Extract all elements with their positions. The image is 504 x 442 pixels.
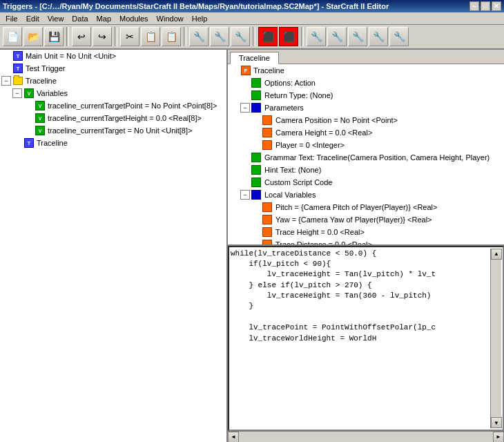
tree-item-var2[interactable]: Vtraceline_currentTargetHeight = 0.0 <Re… — [0, 112, 226, 124]
orange-icon — [262, 214, 273, 225]
tree-item-test-trigger[interactable]: TTest Trigger — [0, 62, 226, 75]
rtree-item-0[interactable]: FTraceline — [228, 64, 504, 77]
rtree-item-14[interactable]: Trace Distance = 0.0 <Real> — [228, 238, 504, 246]
tree-item-var3[interactable]: Vtraceline_currentTarget = No Unit <Unit… — [0, 124, 226, 137]
tab-traceline[interactable]: Traceline — [230, 52, 279, 64]
hscroll-right-btn[interactable]: ► — [493, 432, 504, 443]
right-tree: FTracelineOptions: ActionReturn Type: (N… — [228, 64, 504, 246]
code-content: while(lv_traceDistance < 50.0) { if(lv_p… — [231, 249, 490, 429]
rtree-expand-btn[interactable]: − — [240, 190, 250, 200]
menu-map[interactable]: Map — [93, 14, 115, 23]
rtree-label: Return Type: (None) — [264, 91, 333, 99]
toolbar-sep3 — [184, 27, 186, 46]
tree-item-main-unit[interactable]: TMain Unit = No Unit <Unit> — [0, 50, 226, 62]
close-button[interactable]: ✕ — [492, 1, 501, 11]
green-icon — [251, 90, 262, 101]
var-icon: V — [35, 100, 46, 111]
tree-expand-btn[interactable]: − — [1, 76, 11, 86]
orange-icon — [262, 227, 273, 238]
rtree-expand-btn[interactable]: − — [240, 103, 250, 113]
toolbar-undo[interactable]: ↩ — [72, 27, 91, 46]
rtree-item-5[interactable]: Camera Height = 0.0 <Real> — [228, 126, 504, 139]
toolbar-redo[interactable]: ↪ — [93, 27, 112, 46]
toolbar-b4[interactable]: 🔧 — [307, 27, 326, 46]
rtree-item-11[interactable]: Pitch = {Camera Pitch of Player(Player)}… — [228, 201, 504, 213]
orange-icon — [262, 115, 273, 126]
hscroll-left-btn[interactable]: ◄ — [228, 432, 239, 443]
title-text: Triggers - [C:/…/Ryan/My Documents/StarC… — [3, 2, 389, 10]
trigger-content: FTracelineOptions: ActionReturn Type: (N… — [228, 64, 504, 246]
tree-item-variables-folder[interactable]: −VVariables — [0, 87, 226, 99]
main-layout: TMain Unit = No Unit <Unit>TTest Trigger… — [0, 50, 504, 442]
rtree-label: Trace Distance = 0.0 <Real> — [275, 240, 372, 246]
toolbar: 📄 📂 💾 ↩ ↪ ✂ 📋 📋 🔧 🔧 🔧 ⬛ ⬛ 🔧 🔧 🔧 🔧 🔧 — [0, 25, 504, 50]
menu-view[interactable]: View — [43, 14, 68, 23]
toolbar-b2[interactable]: 🔧 — [210, 27, 229, 46]
rtree-item-13[interactable]: Trace Height = 0.0 <Real> — [228, 226, 504, 238]
toolbar-b5[interactable]: 🔧 — [327, 27, 347, 46]
toolbar-sep5 — [301, 27, 304, 46]
green-icon — [251, 177, 262, 188]
left-tree: TMain Unit = No Unit <Unit>TTest Trigger… — [0, 50, 226, 149]
tree-label: Traceline — [37, 139, 68, 147]
scroll-track — [491, 260, 501, 418]
rtree-label: Custom Script Code — [264, 178, 332, 186]
title-bar: Triggers - [C:/…/Ryan/My Documents/StarC… — [0, 0, 504, 12]
toolbar-save[interactable]: 💾 — [44, 27, 64, 46]
menu-help[interactable]: Help — [188, 14, 212, 23]
rtree-item-10[interactable]: −Local Variables — [228, 189, 504, 201]
rtree-item-3[interactable]: −Parameters — [228, 102, 504, 114]
toolbar-b1[interactable]: 🔧 — [189, 27, 209, 46]
toolbar-b7[interactable]: 🔧 — [369, 27, 388, 46]
rtree-item-6[interactable]: Player = 0 <Integer> — [228, 139, 504, 151]
tree-label: Test Trigger — [26, 64, 65, 73]
menu-window[interactable]: Window — [153, 14, 188, 23]
rtree-item-2[interactable]: Return Type: (None) — [228, 89, 504, 102]
toolbar-sep4 — [253, 27, 255, 46]
toolbar-new[interactable]: 📄 — [3, 27, 22, 46]
scroll-up-btn[interactable]: ▲ — [491, 249, 502, 260]
trigger-icon: T — [23, 137, 35, 148]
tree-item-traceline-folder[interactable]: −Traceline — [0, 75, 226, 87]
trigger-icon: T — [12, 50, 23, 61]
toolbar-open[interactable]: 📂 — [23, 27, 43, 46]
tree-item-traceline-trigger[interactable]: TTraceline — [0, 137, 226, 149]
rtree-item-7[interactable]: Grammar Text: Traceline(Camera Position,… — [228, 151, 504, 164]
toolbar-copy[interactable]: 📋 — [141, 27, 160, 46]
toolbar-cut[interactable]: ✂ — [120, 27, 139, 46]
toolbar-stop2[interactable]: ⬛ — [279, 27, 298, 46]
rtree-item-12[interactable]: Yaw = {Camera Yaw of Player(Player)} <Re… — [228, 213, 504, 226]
trigger-icon: T — [12, 63, 23, 74]
toolbar-paste[interactable]: 📋 — [162, 27, 181, 46]
rtree-item-8[interactable]: Hint Text: (None) — [228, 164, 504, 176]
tree-label: traceline_currentTarget = No Unit <Unit[… — [48, 126, 192, 135]
code-scrollbar: ▲ ▼ — [490, 249, 501, 429]
toolbar-b6[interactable]: 🔧 — [348, 27, 367, 46]
toolbar-stop1[interactable]: ⬛ — [258, 27, 278, 46]
menu-modules[interactable]: Modules — [115, 14, 153, 23]
rtree-item-1[interactable]: Options: Action — [228, 77, 504, 89]
tree-item-var1[interactable]: Vtraceline_currentTargetPoint = No Point… — [0, 99, 226, 112]
right-panel: Traceline FTracelineOptions: ActionRetur… — [228, 50, 504, 442]
rtree-item-9[interactable]: Custom Script Code — [228, 176, 504, 189]
var-icon: V — [35, 113, 46, 124]
maximize-button[interactable]: □ — [481, 1, 490, 11]
menu-data[interactable]: Data — [68, 14, 92, 23]
left-panel: TMain Unit = No Unit <Unit>TTest Trigger… — [0, 50, 228, 442]
scroll-down-btn[interactable]: ▼ — [491, 417, 502, 428]
menu-file[interactable]: File — [1, 14, 22, 23]
minimize-button[interactable]: − — [469, 1, 479, 11]
rtree-label: Options: Action — [264, 79, 316, 87]
tree-expand-btn[interactable]: − — [12, 88, 22, 98]
rtree-label: Trace Height = 0.0 <Real> — [275, 228, 365, 236]
rtree-item-4[interactable]: Camera Position = No Point <Point> — [228, 114, 504, 126]
hscroll-track — [239, 432, 493, 443]
orange-icon — [262, 127, 273, 138]
menu-edit[interactable]: Edit — [22, 14, 43, 23]
toolbar-b8[interactable]: 🔧 — [389, 27, 409, 46]
orange-icon — [262, 239, 273, 246]
code-panel[interactable]: while(lv_traceDistance < 50.0) { if(lv_p… — [228, 246, 504, 432]
rtree-label: Camera Height = 0.0 <Real> — [275, 128, 372, 137]
toolbar-b3[interactable]: 🔧 — [231, 27, 250, 46]
tab-bar: Traceline — [228, 50, 504, 64]
